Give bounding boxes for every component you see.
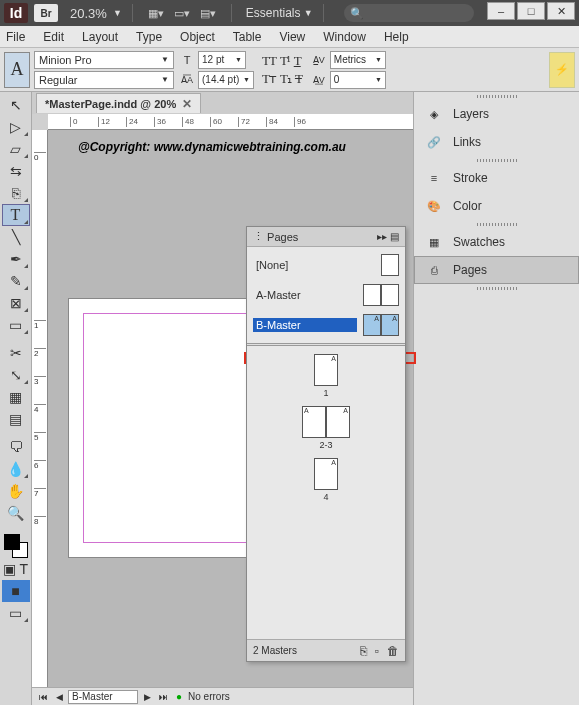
master-none[interactable]: [None] (253, 253, 399, 277)
page-thumb[interactable]: A (326, 406, 350, 438)
menu-window[interactable]: Window (323, 30, 366, 44)
master-thumb[interactable]: A (381, 314, 399, 336)
underline-icon[interactable]: T (294, 53, 301, 69)
master-thumb[interactable] (363, 284, 381, 306)
panel-links[interactable]: 🔗 Links (414, 128, 579, 156)
character-format-button[interactable]: A (4, 52, 30, 88)
menu-edit[interactable]: Edit (43, 30, 64, 44)
page-item-4[interactable]: A 4 (314, 458, 338, 502)
zoom-level[interactable]: 20.3%▼ (70, 6, 122, 21)
panel-swatches[interactable]: ▦ Swatches (414, 228, 579, 256)
page-navigator[interactable]: ⏮ ◀ B-Master ▶ ⏭ (36, 690, 170, 704)
maximize-button[interactable]: □ (517, 2, 545, 20)
panel-stroke[interactable]: ≡ Stroke (414, 164, 579, 192)
font-family-select[interactable]: Minion Pro▼ (34, 51, 174, 69)
close-button[interactable]: ✕ (547, 2, 575, 20)
pencil-tool[interactable]: ✎ (2, 270, 30, 292)
font-style-select[interactable]: Regular▼ (34, 71, 174, 89)
arrange-icon[interactable]: ▤▾ (199, 4, 217, 22)
menu-help[interactable]: Help (384, 30, 409, 44)
screen-mode-icon[interactable]: ▭▾ (173, 4, 191, 22)
page-item-1[interactable]: A 1 (314, 354, 338, 398)
rectangle-frame-tool[interactable]: ⊠ (2, 292, 30, 314)
pages-panel-header[interactable]: ⋮ Pages ▸▸ ▤ (247, 227, 405, 247)
direct-selection-tool[interactable]: ▷ (2, 116, 30, 138)
help-search[interactable]: 🔍 (344, 4, 474, 22)
gradient-feather-tool[interactable]: ▤ (2, 408, 30, 430)
content-collector-tool[interactable]: ⎘ (2, 182, 30, 204)
gap-tool[interactable]: ⇆ (2, 160, 30, 182)
next-page-icon[interactable]: ▶ (140, 690, 154, 704)
fill-stroke-swatch[interactable] (4, 534, 28, 558)
menu-view[interactable]: View (279, 30, 305, 44)
gradient-swatch-tool[interactable]: ▦ (2, 386, 30, 408)
menu-file[interactable]: File (6, 30, 25, 44)
master-thumb[interactable] (381, 284, 399, 306)
font-size-input[interactable]: 12 pt▼ (198, 51, 246, 69)
first-page-icon[interactable]: ⏮ (36, 690, 50, 704)
edit-page-size-icon[interactable]: ⎘ (360, 644, 367, 658)
screen-mode-toggle[interactable]: ▭ (2, 602, 30, 624)
bridge-badge[interactable]: Br (34, 4, 58, 22)
pages-panel: ⋮ Pages ▸▸ ▤ [None] A-Master B-Master AA… (246, 226, 406, 662)
smallcaps-icon[interactable]: Tᴛ (262, 71, 276, 87)
zoom-tool[interactable]: 🔍 (2, 502, 30, 524)
subscript-icon[interactable]: T₁ (280, 71, 291, 87)
panel-label: Links (453, 135, 481, 149)
leading-input[interactable]: (14.4 pt)▼ (198, 71, 254, 89)
strikethrough-icon[interactable]: T (295, 71, 302, 87)
panel-pages[interactable]: ⎙ Pages (414, 256, 579, 284)
master-thumb[interactable]: A (363, 314, 381, 336)
preflight-icon[interactable]: ● (176, 691, 182, 702)
new-page-icon[interactable]: ▫ (375, 644, 379, 658)
pages-panel-title: Pages (267, 231, 298, 243)
workspace-switcher[interactable]: Essentials ▼ (246, 6, 313, 20)
tracking-input[interactable]: 0▼ (330, 71, 386, 89)
menu-object[interactable]: Object (180, 30, 215, 44)
master-a[interactable]: A-Master (253, 283, 399, 307)
apply-color-icon[interactable]: ■ (2, 580, 30, 602)
format-container-icon[interactable]: ▣ T (2, 558, 30, 580)
page-thumb[interactable]: A (302, 406, 326, 438)
pen-tool[interactable]: ✒ (2, 248, 30, 270)
free-transform-tool[interactable]: ⤡ (2, 364, 30, 386)
line-tool[interactable]: ╲ (2, 226, 30, 248)
hand-tool[interactable]: ✋ (2, 480, 30, 502)
master-b[interactable]: B-Master AA (253, 313, 399, 337)
master-thumb[interactable] (381, 254, 399, 276)
scissors-tool[interactable]: ✂ (2, 342, 30, 364)
menu-layout[interactable]: Layout (82, 30, 118, 44)
panel-menu-icon[interactable]: ▸▸ ▤ (377, 231, 399, 242)
toolbox: ↖ ▷ ▱ ⇆ ⎘ T ╲ ✒ ✎ ⊠ ▭ ✂ ⤡ ▦ ▤ 🗨 💧 ✋ 🔍 ▣ … (0, 92, 32, 705)
allcaps-icon[interactable]: TT (262, 53, 276, 69)
horizontal-ruler[interactable]: 0 12 24 36 48 60 72 84 96 (48, 114, 413, 130)
last-page-icon[interactable]: ⏭ (156, 690, 170, 704)
selection-tool[interactable]: ↖ (2, 94, 30, 116)
prev-page-icon[interactable]: ◀ (52, 690, 66, 704)
eyedropper-tool[interactable]: 💧 (2, 458, 30, 480)
menu-type[interactable]: Type (136, 30, 162, 44)
panel-layers[interactable]: ◈ Layers (414, 100, 579, 128)
close-tab-icon[interactable]: ✕ (182, 97, 192, 111)
page-tool[interactable]: ▱ (2, 138, 30, 160)
ruler-tick: 12 (98, 117, 110, 127)
page-thumb[interactable]: A (314, 458, 338, 490)
kerning-input[interactable]: Metrics▼ (330, 51, 386, 69)
type-tool[interactable]: T (2, 204, 30, 226)
vertical-ruler[interactable]: 0 1 2 3 4 5 6 7 8 (32, 130, 48, 687)
page-item-2-3[interactable]: A A 2-3 (302, 406, 350, 450)
menu-table[interactable]: Table (233, 30, 262, 44)
ruler-tick: 0 (70, 117, 77, 127)
superscript-icon[interactable]: T¹ (280, 53, 290, 69)
rectangle-tool[interactable]: ▭ (2, 314, 30, 336)
minimize-button[interactable]: – (487, 2, 515, 20)
document-tab[interactable]: *MasterPage.indd @ 20% ✕ (36, 93, 201, 113)
panel-color[interactable]: 🎨 Color (414, 192, 579, 220)
quick-apply-button[interactable]: ⚡ (549, 52, 575, 88)
view-options-icon[interactable]: ▦▾ (147, 4, 165, 22)
note-tool[interactable]: 🗨 (2, 436, 30, 458)
right-panel-dock: ◈ Layers 🔗 Links ≡ Stroke 🎨 Color ▦ Swat… (413, 92, 579, 705)
page-thumb[interactable]: A (314, 354, 338, 386)
page-field[interactable]: B-Master (68, 690, 138, 704)
delete-page-icon[interactable]: 🗑 (387, 644, 399, 658)
